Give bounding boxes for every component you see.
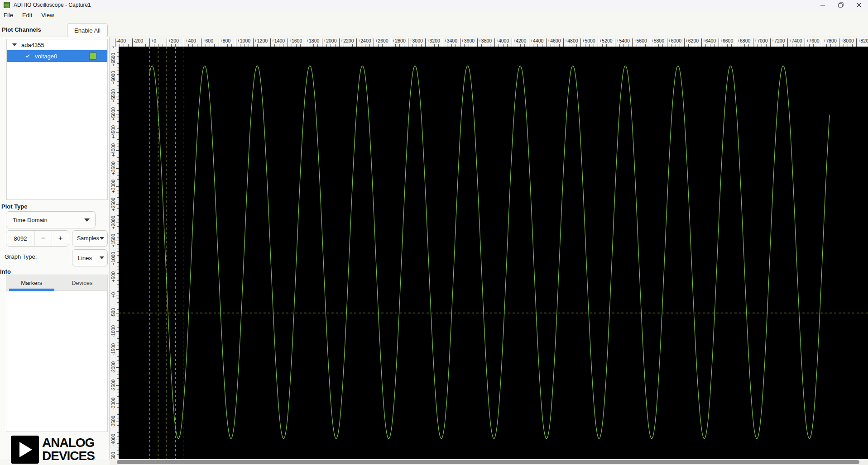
x-tick-label: +7800: [823, 38, 837, 43]
menu-edit[interactable]: Edit: [18, 12, 37, 19]
x-tick-label: +1800: [306, 38, 320, 43]
x-major-tick: [477, 38, 478, 47]
x-major-tick: [322, 38, 322, 47]
sample-count-decrement-button[interactable]: −: [34, 231, 52, 246]
sample-unit-dropdown[interactable]: Samples: [72, 230, 108, 247]
app-icon: [4, 2, 10, 8]
horizontal-scrollbar[interactable]: [110, 459, 868, 465]
x-major-tick: [443, 38, 443, 47]
chevron-down-icon: [100, 256, 104, 259]
x-major-tick: [408, 38, 408, 47]
x-tick-label: +3000: [409, 38, 423, 43]
logo-line1: ANALOG: [42, 436, 95, 449]
channel-row-voltage0[interactable]: voltage0: [7, 50, 107, 62]
expander-icon[interactable]: [12, 43, 17, 46]
voltage0-waveform: [149, 66, 830, 439]
x-major-tick: [856, 38, 857, 47]
scrollbar-thumb[interactable]: [117, 460, 859, 464]
x-major-tick: [701, 38, 702, 47]
graph-type-label: Graph Type:: [5, 253, 37, 260]
x-tick-label: +7200: [772, 38, 785, 43]
enable-all-button[interactable]: Enable All: [67, 23, 108, 38]
minimize-icon: [820, 2, 825, 8]
adi-triangle-icon: [19, 442, 32, 457]
sample-unit-value: Samples: [77, 235, 99, 242]
minimize-button[interactable]: [814, 0, 832, 10]
analog-devices-logo: ANALOG DEVICES: [11, 436, 95, 464]
toolbar: Plot Channels Enable All: [0, 20, 868, 37]
x-major-tick: [580, 38, 581, 47]
x-major-tick: [719, 38, 719, 47]
channel-name: voltage0: [35, 53, 57, 60]
x-tick-label: +6400: [703, 38, 716, 43]
plot-area[interactable]: [119, 47, 868, 459]
x-major-tick: [184, 38, 184, 47]
restore-button[interactable]: [832, 0, 850, 10]
x-tick-label: +200: [168, 38, 179, 43]
x-major-tick: [787, 38, 788, 47]
info-content: [6, 291, 108, 432]
x-major-tick: [494, 38, 495, 47]
plot-type-value: Time Domain: [13, 217, 48, 223]
menu-file[interactable]: File: [0, 12, 18, 19]
x-tick-label: +4600: [547, 38, 561, 43]
x-tick-label: +4200: [513, 38, 527, 43]
x-tick-label: +2600: [375, 38, 388, 43]
x-tick-label: +2800: [392, 38, 406, 43]
graph-type-dropdown[interactable]: Lines: [72, 249, 108, 266]
x-major-tick: [805, 38, 805, 47]
menu-view[interactable]: View: [37, 12, 58, 19]
x-tick-label: +600: [202, 38, 213, 43]
x-major-tick: [598, 38, 598, 47]
restore-icon: [838, 2, 844, 8]
x-major-tick: [374, 38, 374, 47]
device-row[interactable]: ada4355: [7, 39, 107, 50]
x-tick-label: +8000: [840, 38, 854, 43]
x-major-tick: [512, 38, 512, 47]
x-tick-label: +2200: [340, 38, 354, 43]
x-major-tick: [201, 38, 201, 47]
y-axis: +7000+6500+6000+5500+5000+4500+4000+3500…: [110, 47, 119, 459]
x-tick-label: +6000: [668, 38, 682, 43]
x-major-tick: [753, 38, 753, 47]
sample-count-input[interactable]: 8092: [6, 231, 34, 246]
x-axis: -400-200+0+200+400+600+800+1000+1200+140…: [110, 37, 868, 47]
adi-logo-icon: [11, 436, 39, 464]
channel-checkbox[interactable]: [24, 53, 31, 60]
x-tick-label: +5600: [633, 38, 647, 43]
x-tick-label: +6800: [737, 38, 751, 43]
x-major-tick: [288, 38, 288, 47]
x-tick-label: +400: [185, 38, 196, 43]
y-tick-label: -4500: [110, 446, 116, 459]
sample-count-increment-button[interactable]: +: [52, 231, 69, 246]
x-tick-label: +7000: [754, 38, 768, 43]
channel-list: ada4355 voltage0: [6, 39, 108, 200]
x-tick-label: +8200: [858, 38, 868, 43]
x-tick-label: +2400: [358, 38, 371, 43]
tab-devices[interactable]: Devices: [57, 275, 108, 290]
x-tick-label: -400: [116, 38, 126, 43]
x-major-tick: [615, 38, 615, 47]
x-major-tick: [270, 38, 271, 47]
x-major-tick: [167, 38, 167, 47]
x-major-tick: [339, 38, 340, 47]
channel-color-swatch[interactable]: [89, 52, 96, 60]
x-tick-label: +7400: [789, 38, 802, 43]
x-tick-label: -200: [134, 38, 143, 43]
x-tick-label: +4000: [496, 38, 509, 43]
chevron-down-icon: [100, 237, 104, 240]
x-major-tick: [425, 38, 426, 47]
x-tick-label: +3800: [479, 38, 492, 43]
x-major-tick: [305, 38, 305, 47]
x-tick-label: +2000: [323, 38, 337, 43]
close-button[interactable]: [850, 0, 868, 10]
plot-type-dropdown[interactable]: Time Domain: [6, 211, 96, 228]
plot-channels-label: Plot Channels: [2, 26, 41, 33]
check-icon: [25, 54, 30, 58]
x-major-tick: [529, 38, 529, 47]
tab-markers[interactable]: Markers: [6, 275, 57, 290]
x-major-tick: [684, 38, 685, 47]
x-major-tick: [356, 38, 357, 47]
x-major-tick: [667, 38, 667, 47]
x-major-tick: [391, 38, 391, 47]
